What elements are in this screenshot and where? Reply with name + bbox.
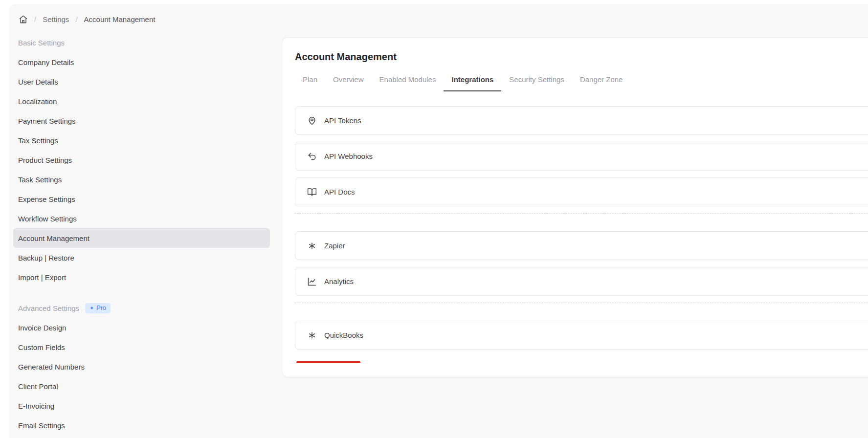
tab-bar: Plan Overview Enabled Modules Integratio…	[295, 75, 868, 91]
analytics-icon	[307, 277, 317, 286]
api-webhooks-icon	[307, 152, 317, 161]
pro-badge-label: Pro	[96, 305, 106, 312]
sidebar-item-generated-numbers[interactable]: Generated Numbers	[13, 357, 270, 376]
integration-list: API Tokens API Webhooks API Docs	[295, 106, 868, 350]
sidebar-section-advanced-label: Advanced Settings	[18, 304, 79, 312]
sidebar-item-workflow-settings[interactable]: Workflow Settings	[13, 209, 270, 228]
sparkles-icon: ✦	[89, 306, 94, 311]
sidebar-item-invoice-design[interactable]: Invoice Design	[13, 318, 270, 337]
integration-row-label: API Docs	[324, 188, 355, 196]
tab-security-settings[interactable]: Security Settings	[501, 75, 572, 91]
breadcrumb-settings[interactable]: Settings	[43, 15, 69, 23]
integration-row-label: API Webhooks	[324, 152, 373, 160]
group-divider	[295, 303, 868, 303]
sidebar-section-basic-settings: Basic Settings	[13, 33, 270, 52]
sidebar-item-account-management[interactable]: Account Management	[13, 228, 270, 248]
sidebar-item-product-settings[interactable]: Product Settings	[13, 150, 270, 170]
api-tokens-icon	[307, 116, 317, 126]
breadcrumb-separator: /	[34, 15, 36, 23]
sidebar-item-client-portal[interactable]: Client Portal	[13, 376, 270, 396]
tab-enabled-modules[interactable]: Enabled Modules	[372, 75, 444, 91]
breadcrumb-separator: /	[75, 15, 77, 23]
breadcrumb: / Settings / Account Management	[19, 12, 155, 26]
integration-row-api-webhooks[interactable]: API Webhooks	[295, 142, 868, 171]
tab-plan[interactable]: Plan	[295, 75, 325, 91]
integration-row-label: Zapier	[324, 241, 345, 250]
api-docs-icon	[307, 187, 317, 197]
tab-danger-zone[interactable]: Danger Zone	[572, 75, 631, 91]
integration-row-label: Analytics	[324, 277, 354, 285]
sidebar-item-localization[interactable]: Localization	[13, 91, 270, 111]
account-management-card: Account Management Plan Overview Enabled…	[282, 38, 868, 377]
integration-row-label: API Tokens	[324, 116, 361, 125]
sidebar-item-tax-settings[interactable]: Tax Settings	[13, 131, 270, 150]
tab-overview[interactable]: Overview	[325, 75, 372, 91]
quickbooks-icon	[307, 330, 317, 340]
group-divider	[295, 213, 868, 214]
home-icon[interactable]	[19, 15, 28, 24]
app-surface: / Settings / Account Management Basic Se…	[9, 4, 868, 438]
integration-row-quickbooks[interactable]: QuickBooks	[295, 321, 868, 350]
sidebar-item-import-export[interactable]: Import | Export	[13, 267, 270, 287]
settings-sidebar: Basic Settings Company Details User Deta…	[13, 33, 270, 435]
annotation-red-underline	[296, 361, 360, 363]
zapier-icon	[307, 241, 317, 251]
integration-row-label: QuickBooks	[324, 331, 363, 339]
pro-badge: ✦ Pro	[85, 303, 111, 313]
breadcrumb-account-management: Account Management	[84, 15, 156, 23]
sidebar-item-custom-fields[interactable]: Custom Fields	[13, 337, 270, 357]
sidebar-item-email-settings[interactable]: Email Settings	[13, 416, 270, 435]
sidebar-item-payment-settings[interactable]: Payment Settings	[13, 111, 270, 131]
sidebar-item-user-details[interactable]: User Details	[13, 72, 270, 91]
sidebar-item-company-details[interactable]: Company Details	[13, 52, 270, 72]
page-title: Account Management	[295, 51, 868, 63]
sidebar-item-e-invoicing[interactable]: E-Invoicing	[13, 396, 270, 416]
integration-row-api-docs[interactable]: API Docs	[295, 177, 868, 206]
sidebar-section-advanced-settings: Advanced Settings ✦ Pro	[13, 298, 270, 318]
sidebar-item-expense-settings[interactable]: Expense Settings	[13, 189, 270, 209]
sidebar-item-backup-restore[interactable]: Backup | Restore	[13, 248, 270, 267]
tab-integrations[interactable]: Integrations	[444, 75, 501, 91]
sidebar-item-task-settings[interactable]: Task Settings	[13, 170, 270, 189]
integration-row-api-tokens[interactable]: API Tokens	[295, 106, 868, 135]
integration-row-analytics[interactable]: Analytics	[295, 267, 868, 296]
integration-row-zapier[interactable]: Zapier	[295, 231, 868, 260]
